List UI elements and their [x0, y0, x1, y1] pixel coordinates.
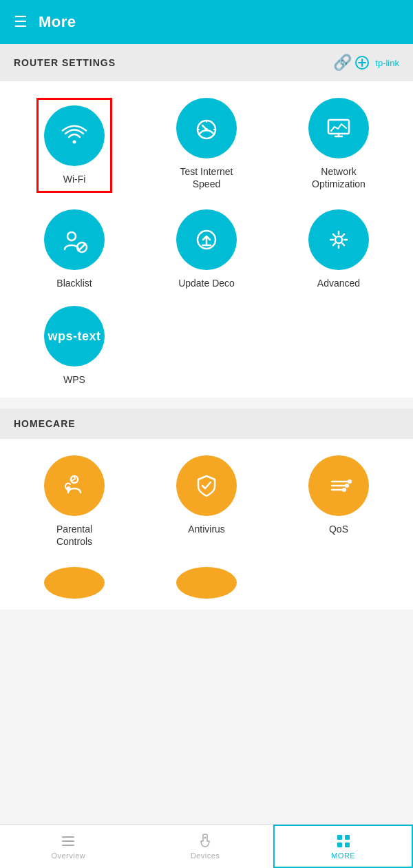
nav-overview-label: Overview — [51, 851, 85, 860]
router-settings-label: ROUTER SETTINGS — [14, 57, 116, 68]
wps-item[interactable]: wps-text WPS — [11, 306, 138, 386]
test-speed-label: Test InternetSpeed — [180, 165, 233, 190]
wifi-label: Wi-Fi — [63, 173, 86, 185]
network-opt-icon-circle — [308, 98, 369, 158]
svg-rect-15 — [62, 845, 74, 846]
homecare-grid: ParentalControls Antivirus — [0, 439, 413, 610]
wifi-item[interactable]: Wi-Fi — [11, 98, 138, 193]
svg-rect-13 — [62, 836, 74, 838]
homecare-header: HOMECARE — [0, 409, 413, 439]
svg-point-11 — [345, 484, 349, 488]
antivirus-icon-circle — [176, 455, 237, 516]
blacklist-item[interactable]: Blacklist — [11, 209, 138, 289]
homecare-more-item-1[interactable] — [11, 564, 138, 599]
router-settings-items: Wi-Fi Test InternetSpeed — [11, 98, 402, 386]
monitor-chart-icon — [324, 113, 354, 143]
network-opt-item[interactable]: NetworkOptimization — [275, 98, 402, 193]
svg-rect-17 — [337, 835, 342, 840]
tp-link-icon: 🔗 — [333, 54, 352, 72]
header-title: More — [39, 13, 76, 31]
wps-label: WPS — [63, 373, 85, 386]
svg-point-16 — [204, 837, 206, 839]
test-speed-item[interactable]: Test InternetSpeed — [143, 98, 270, 193]
family-icon — [59, 471, 89, 501]
grid-icon — [335, 833, 352, 849]
wps-icon-circle: wps-text — [44, 306, 105, 366]
homecare-items: ParentalControls Antivirus — [11, 455, 402, 599]
svg-rect-19 — [337, 843, 342, 847]
upload-icon — [191, 225, 222, 255]
svg-rect-14 — [62, 840, 74, 842]
wps-text: wps-text — [47, 329, 100, 344]
list-icon — [60, 833, 76, 849]
shield-icon — [191, 471, 222, 501]
nav-more[interactable]: MORE — [273, 825, 413, 868]
nav-devices[interactable]: Devices — [137, 825, 274, 868]
update-deco-item[interactable]: Update Deco — [143, 209, 270, 289]
svg-point-3 — [205, 128, 208, 131]
advanced-label: Advanced — [317, 277, 360, 289]
speedometer-icon — [191, 113, 222, 143]
svg-point-8 — [335, 236, 342, 243]
app-header: ☰ More — [0, 0, 413, 44]
gear-icon — [324, 225, 354, 255]
parental-controls-icon-circle — [44, 455, 105, 516]
tap-icon — [197, 833, 213, 849]
wifi-icon-circle — [44, 105, 105, 166]
svg-rect-20 — [345, 843, 350, 847]
menu-icon[interactable]: ☰ — [14, 13, 28, 31]
section-divider — [0, 397, 413, 409]
antivirus-label: Antivirus — [188, 523, 225, 535]
nav-more-label: MORE — [331, 851, 355, 860]
router-settings-header: ROUTER SETTINGS 🔗 tp-link — [0, 44, 413, 81]
user-block-icon — [59, 225, 89, 255]
qos-item[interactable]: QoS — [275, 455, 402, 548]
svg-rect-18 — [345, 835, 350, 840]
svg-point-12 — [342, 488, 346, 492]
blacklist-icon-circle — [44, 209, 105, 270]
tp-link-text: tp-link — [375, 58, 399, 68]
homecare-label: HOMECARE — [14, 418, 76, 429]
qos-icon-circle — [308, 455, 369, 516]
test-speed-icon-circle — [176, 98, 237, 158]
advanced-item[interactable]: Advanced — [275, 209, 402, 289]
parental-controls-item[interactable]: ParentalControls — [11, 455, 138, 548]
update-deco-icon-circle — [176, 209, 237, 270]
update-deco-label: Update Deco — [178, 277, 235, 289]
nav-devices-label: Devices — [191, 851, 220, 860]
lines-icon — [324, 471, 354, 501]
svg-point-1 — [73, 141, 76, 144]
svg-point-10 — [348, 479, 352, 484]
advanced-icon-circle — [308, 209, 369, 270]
tp-link-brand-icon — [354, 55, 370, 70]
qos-label: QoS — [329, 523, 348, 535]
tp-link-logo: 🔗 tp-link — [333, 54, 399, 72]
svg-point-5 — [67, 232, 76, 240]
bottom-navigation: Overview Devices MORE — [0, 824, 413, 868]
parental-controls-label: ParentalControls — [56, 523, 92, 548]
nav-overview[interactable]: Overview — [0, 825, 137, 868]
homecare-more-item-2[interactable] — [143, 564, 270, 599]
homecare-more-item-3 — [275, 564, 402, 599]
antivirus-item[interactable]: Antivirus — [143, 455, 270, 548]
wifi-icon — [59, 121, 89, 151]
blacklist-label: Blacklist — [56, 277, 92, 289]
router-settings-grid: Wi-Fi Test InternetSpeed — [0, 81, 413, 397]
network-opt-label: NetworkOptimization — [312, 165, 366, 190]
